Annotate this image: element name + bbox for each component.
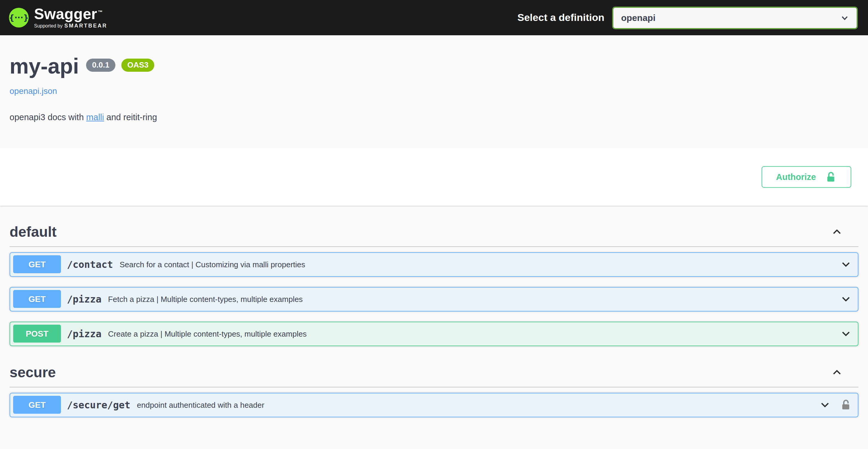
definition-select-value: openapi <box>621 12 655 23</box>
unlock-icon[interactable] <box>840 399 852 411</box>
operation-controls <box>840 293 852 305</box>
logo-braces: {···} <box>9 14 29 22</box>
api-title-row: my-api 0.0.1 OAS3 <box>9 55 859 78</box>
trademark-symbol: ™ <box>98 9 102 14</box>
section-header-secure[interactable]: secure <box>9 358 859 387</box>
oas3-badge: OAS3 <box>121 59 155 72</box>
supported-by-text: Supported by <box>34 23 62 29</box>
unlock-icon <box>825 171 837 183</box>
operation-path: /contact <box>67 259 113 270</box>
swagger-logo[interactable]: {···} Swagger™ Supported bySMARTBEAR <box>9 7 107 29</box>
chevron-down-icon <box>840 13 849 22</box>
brand-text: Swagger <box>34 5 97 22</box>
authorize-label: Authorize <box>776 172 816 182</box>
scheme-container: Authorize <box>0 148 868 206</box>
chevron-up-icon[interactable] <box>831 226 843 238</box>
chevron-down-icon[interactable] <box>840 259 852 271</box>
malli-link[interactable]: malli <box>86 112 104 122</box>
operation-path: /pizza <box>67 328 102 339</box>
topbar: {···} Swagger™ Supported bySMARTBEAR Sel… <box>0 0 868 35</box>
chevron-down-icon[interactable] <box>819 399 831 411</box>
spec-link[interactable]: openapi.json <box>9 86 57 96</box>
section-header-default[interactable]: default <box>9 218 859 247</box>
method-badge: GET <box>13 256 61 273</box>
definition-select[interactable]: openapi <box>612 6 858 29</box>
operation-row-get-contact[interactable]: GET /contact Search for a contact | Cust… <box>9 252 859 277</box>
definition-label: Select a definition <box>517 12 604 24</box>
operation-summary: Create a pizza | Multiple content-types,… <box>108 329 307 338</box>
section-title: default <box>9 223 57 240</box>
description-prefix: openapi3 docs with <box>9 112 86 122</box>
authorize-button[interactable]: Authorize <box>762 166 851 188</box>
section-title: secure <box>9 364 56 381</box>
section-operations-secure: GET /secure/get endpoint authenticated w… <box>9 393 859 417</box>
operation-path: /secure/get <box>67 399 130 411</box>
section-operations-default: GET /contact Search for a contact | Cust… <box>9 252 859 346</box>
operation-row-get-secure-get[interactable]: GET /secure/get endpoint authenticated w… <box>9 393 859 417</box>
operation-path: /pizza <box>67 294 102 305</box>
page-title: my-api <box>9 55 79 78</box>
supported-by: Supported bySMARTBEAR <box>34 23 107 29</box>
version-badge: 0.0.1 <box>86 59 115 72</box>
operation-controls <box>840 259 852 271</box>
operation-summary: Search for a contact | Customizing via m… <box>120 260 305 269</box>
chevron-down-icon[interactable] <box>840 293 852 305</box>
brand-block: Swagger™ Supported bySMARTBEAR <box>34 7 107 29</box>
definition-selector: Select a definition openapi <box>517 6 858 29</box>
operation-summary: Fetch a pizza | Multiple content-types, … <box>108 295 303 304</box>
operations-wrapper: default GET /contact Search for a contac… <box>0 218 868 445</box>
brand-name: Swagger™ <box>34 7 107 22</box>
smartbear-brand: SMARTBEAR <box>64 23 107 29</box>
operation-controls <box>840 328 852 340</box>
operation-controls <box>819 399 852 411</box>
method-badge: GET <box>13 396 61 414</box>
auth-wrapper: Authorize <box>0 166 868 188</box>
operation-row-post-pizza[interactable]: POST /pizza Create a pizza | Multiple co… <box>9 322 859 346</box>
operation-row-get-pizza[interactable]: GET /pizza Fetch a pizza | Multiple cont… <box>9 287 859 311</box>
method-badge: POST <box>13 325 61 343</box>
chevron-down-icon[interactable] <box>840 328 852 340</box>
operation-summary: endpoint authenticated with a header <box>137 400 264 410</box>
swagger-logo-icon: {···} <box>9 8 29 28</box>
info-section: my-api 0.0.1 OAS3 openapi.json openapi3 … <box>0 35 868 122</box>
method-badge: GET <box>13 290 61 308</box>
description-suffix: and reitit-ring <box>104 112 157 122</box>
title-badges: 0.0.1 OAS3 <box>86 59 155 72</box>
chevron-up-icon[interactable] <box>831 366 843 379</box>
swagger-ui-page: {···} Swagger™ Supported bySMARTBEAR Sel… <box>0 0 868 449</box>
api-description: openapi3 docs with malli and reitit-ring <box>9 112 859 122</box>
